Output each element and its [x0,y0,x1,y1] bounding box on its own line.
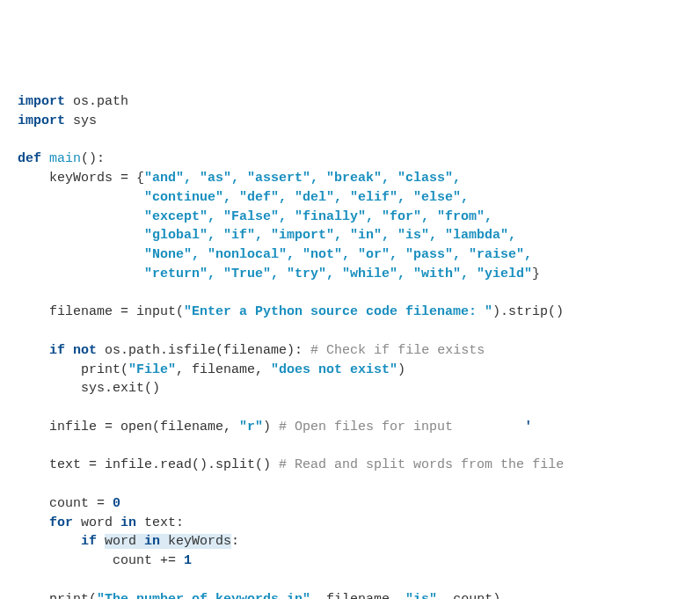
kw-if: if [81,534,97,549]
int-literal: 0 [113,496,120,511]
line-01: import os.path [18,94,128,109]
line-09: "None", "nonlocal", "not", "or", "pass",… [18,247,532,262]
caret-mark: ' [524,420,532,435]
highlighted-region: word in keyWords [105,534,231,549]
line-18: infile = open(filename, "r") # Open file… [18,420,532,435]
line-16: sys.exit() [18,381,160,396]
module-name: os.path [73,94,128,109]
comment: # Open files for input [279,420,453,435]
set-items: "and", "as", "assert", "break", "class", [144,171,461,186]
kw-in: in [144,534,160,549]
line-05: keyWords = {"and", "as", "assert", "brea… [18,171,461,186]
kw-not: not [73,343,97,358]
prompt-string: "Enter a Python source code filename: " [184,304,492,319]
kw-in: in [120,515,136,530]
module-name: sys [73,113,97,128]
line-15: print("File", filename, "does not exist"… [18,362,405,377]
set-items: "global", "if", "import", "in", "is", "l… [144,228,516,243]
comment: # Read and split words from the file [279,457,564,472]
kw-if: if [49,343,65,358]
line-10: "return", "True", "try", "while", "with"… [18,267,540,281]
set-items: "continue", "def", "del", "elif", "else"… [144,190,469,205]
set-items: "except", "False", "finally", "for", "fr… [144,209,492,224]
python-source-code: import os.path import sys def main(): ke… [18,92,682,599]
line-25: count += 1 [18,553,192,568]
set-items: "None", "nonlocal", "not", "or", "pass",… [144,247,532,262]
line-23: for word in text: [18,515,184,530]
assign: filename = input( [49,304,184,319]
assign: keyWords = { [49,171,144,186]
kw-import: import [18,113,65,128]
line-02: import sys [18,113,97,128]
line-12: filename = input("Enter a Python source … [18,304,564,319]
line-08: "global", "if", "import", "in", "is", "l… [18,228,516,243]
set-items: "return", "True", "try", "while", "with"… [144,267,532,281]
line-24: if word in keyWords: [18,534,239,549]
kw-import: import [18,94,65,109]
int-literal: 1 [184,553,192,568]
line-22: count = 0 [18,496,120,511]
kw-def: def [18,151,41,166]
func-name: main [49,151,81,166]
mode-string: "r" [239,420,263,435]
line-06: "continue", "def", "del", "elif", "else"… [18,190,469,205]
kw-for: for [49,515,73,530]
line-14: if not os.path.isfile(filename): # Check… [18,343,485,358]
comment: # Check if file exists [310,343,485,358]
line-07: "except", "False", "finally", "for", "fr… [18,209,492,224]
line-20: text = infile.read().split() # Read and … [18,457,564,472]
line-27: print("The number of keywords in", filen… [18,592,500,600]
line-04: def main(): [18,151,105,166]
